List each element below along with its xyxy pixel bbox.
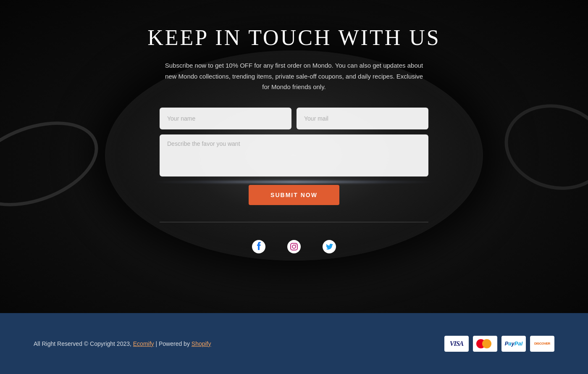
form-top-row (160, 108, 428, 129)
shopify-link[interactable]: Shopify (192, 340, 211, 347)
paypal-y: y (512, 340, 514, 347)
facebook-icon[interactable] (249, 237, 268, 256)
instagram-icon[interactable] (285, 237, 303, 256)
paypal-pal: Pal (514, 340, 523, 347)
twitter-icon[interactable] (320, 237, 339, 256)
message-textarea[interactable] (160, 134, 428, 176)
main-section: KEEP IN TOUCH WITH US Subscribe now to g… (0, 0, 588, 313)
payment-icons: VISA PayPal DISCOVER (444, 336, 554, 352)
page-title: KEEP IN TOUCH WITH US (147, 25, 440, 50)
submit-button[interactable]: SUBMIT NOW (249, 185, 339, 205)
email-input[interactable] (297, 108, 428, 129)
svg-point-1 (287, 240, 301, 253)
page-content: KEEP IN TOUCH WITH US Subscribe now to g… (0, 0, 588, 256)
divider (160, 222, 428, 222)
footer-copyright: All Right Reserved © Copyright 2023, Eco… (34, 340, 211, 347)
mastercard-payment-icon (473, 336, 497, 352)
page-subtitle: Subscribe now to get 10% OFF for any fir… (164, 60, 424, 92)
ecomify-link[interactable]: Ecomify (133, 340, 154, 347)
powered-text: | Powered by (155, 340, 189, 347)
mastercard-circle-right (482, 339, 491, 348)
paypal-a: a (508, 340, 511, 347)
social-icons-container (249, 237, 339, 256)
mastercard-inner (476, 338, 494, 349)
visa-payment-icon: VISA (444, 336, 469, 352)
footer: All Right Reserved © Copyright 2023, Eco… (0, 313, 588, 374)
paypal-payment-icon: PayPal (501, 336, 526, 352)
name-input[interactable] (160, 108, 291, 129)
discover-label: DISCOVER (534, 342, 550, 345)
discover-payment-icon: DISCOVER (530, 336, 554, 352)
contact-form: SUBMIT NOW (160, 108, 428, 205)
copyright-text: All Right Reserved © Copyright 2023, (34, 340, 131, 347)
svg-point-4 (296, 244, 297, 245)
visa-label: VISA (450, 340, 463, 348)
